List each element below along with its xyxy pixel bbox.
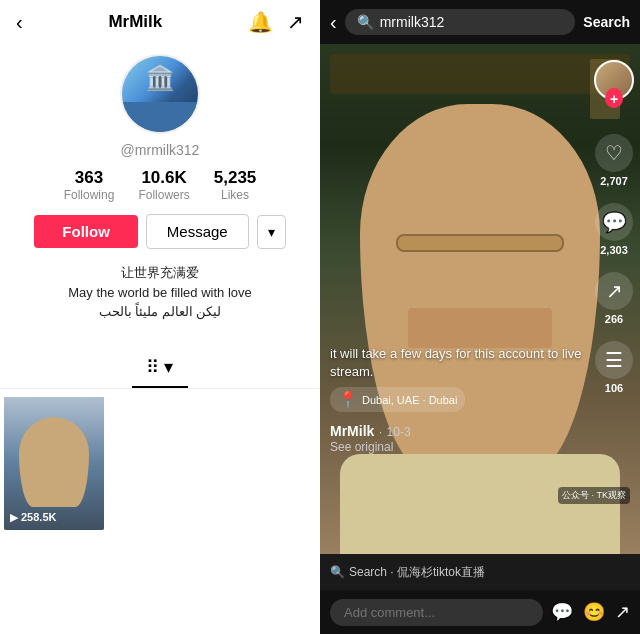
collect-action[interactable]: ☰ 106 (595, 341, 633, 394)
avatar-image (122, 56, 198, 132)
right-sidebar-actions: + ♡ 2,707 💬 2,303 ↗ 266 ☰ 106 (594, 60, 634, 394)
video-location[interactable]: 📍 Dubai, UAE · Dubai (330, 387, 465, 412)
video-info-overlay: it will take a few days for this account… (330, 345, 588, 454)
search-button[interactable]: Search (583, 14, 630, 30)
video-username: MrMilk (330, 423, 374, 439)
bio-line-2: May the world be filled with love (68, 283, 252, 303)
back-button[interactable]: ‹ (16, 11, 23, 34)
likes-label: Likes (221, 188, 249, 202)
collect-icon: ☰ (595, 341, 633, 379)
profile-section: @mrmilk312 363 Following 10.6K Followers… (0, 44, 320, 348)
following-count: 363 (75, 168, 103, 188)
right-back-button[interactable]: ‹ (330, 11, 337, 34)
likes-count: 5,235 (214, 168, 257, 188)
search-input[interactable] (380, 14, 564, 30)
watermark: 公众号 · TK观察 (558, 487, 630, 504)
wechat-icon[interactable]: 💬 (551, 601, 573, 623)
notification-button[interactable]: 🔔 (248, 10, 273, 34)
video-time: 10-3 (387, 425, 411, 439)
share-count: 266 (605, 313, 623, 325)
right-panel: ‹ 🔍 Search (320, 0, 640, 634)
comment-action[interactable]: 💬 2,303 (595, 203, 633, 256)
following-label: Following (64, 188, 115, 202)
video-view-count: 258.5K (21, 511, 56, 523)
location-icon: 📍 (338, 390, 358, 409)
bottom-suggest-bar: 🔍 Search · 侃海杉tiktok直播 (320, 554, 640, 590)
video-play-indicator: ▶ 258.5K (10, 511, 56, 524)
comment-count: 2,303 (600, 244, 628, 256)
comment-input[interactable] (330, 599, 543, 626)
video-background (320, 44, 640, 554)
followers-label: Followers (138, 188, 189, 202)
follow-plus-icon[interactable]: + (605, 90, 623, 108)
tab-grid[interactable]: ⠿ ▾ (132, 348, 187, 388)
video-creator-info: MrMilk · 10-3 (330, 422, 588, 440)
creator-avatar-small[interactable]: + (594, 60, 634, 100)
bio-line-1: 让世界充满爱 (68, 263, 252, 283)
followers-count: 10.6K (141, 168, 186, 188)
collect-count: 106 (605, 382, 623, 394)
share-button[interactable]: ↗ (287, 10, 304, 34)
share-icon: ↗ (595, 272, 633, 310)
stats-row: 363 Following 10.6K Followers 5,235 Like… (64, 168, 257, 202)
comment-bar: 💬 😊 ↗ (320, 590, 640, 634)
video-caption: it will take a few days for this account… (330, 345, 588, 381)
bottom-search-text[interactable]: Search · 侃海杉tiktok直播 (349, 564, 485, 581)
username: @mrmilk312 (121, 142, 200, 158)
follow-button[interactable]: Follow (34, 215, 138, 248)
more-button[interactable]: ▾ (257, 215, 286, 249)
content-tabs: ⠿ ▾ (0, 348, 320, 389)
bottom-action-icons: 💬 😊 ↗ (551, 601, 630, 623)
emoji-icon[interactable]: 😊 (583, 601, 605, 623)
profile-title: MrMilk (108, 12, 162, 32)
location-text: Dubai, UAE · Dubai (362, 394, 457, 406)
like-icon: ♡ (595, 134, 633, 172)
play-icon: ▶ (10, 511, 18, 524)
share-action[interactable]: ↗ 266 (595, 272, 633, 325)
following-stat[interactable]: 363 Following (64, 168, 115, 202)
avatar (120, 54, 200, 134)
bio-section: 让世界充满爱 May the world be filled with love… (52, 263, 268, 322)
right-header: ‹ 🔍 Search (320, 0, 640, 44)
search-icon: 🔍 (357, 14, 374, 30)
video-dot: · (379, 425, 382, 439)
bottom-search-icon: 🔍 (330, 565, 345, 579)
video-thumb-1[interactable]: ▶ 258.5K (4, 397, 104, 530)
bio-line-3: ليكن العالم مليئاً بالحب (68, 302, 252, 322)
top-bar: ‹ MrMilk 🔔 ↗ (0, 0, 320, 44)
comment-icon: 💬 (595, 203, 633, 241)
video-grid: ▶ 258.5K (0, 393, 320, 635)
like-count: 2,707 (600, 175, 628, 187)
action-row: Follow Message ▾ (34, 214, 285, 249)
video-container: + ♡ 2,707 💬 2,303 ↗ 266 ☰ 106 (320, 44, 640, 554)
like-action[interactable]: ♡ 2,707 (595, 134, 633, 187)
right-search-bar[interactable]: 🔍 (345, 9, 576, 35)
left-panel: ‹ MrMilk 🔔 ↗ @mrmilk312 363 Following 10… (0, 0, 320, 634)
followers-stat[interactable]: 10.6K Followers (138, 168, 189, 202)
likes-stat[interactable]: 5,235 Likes (214, 168, 257, 202)
message-button[interactable]: Message (146, 214, 249, 249)
see-original-button[interactable]: See original (330, 440, 588, 454)
top-bar-icons: 🔔 ↗ (248, 10, 304, 34)
share-bottom-icon[interactable]: ↗ (615, 601, 630, 623)
